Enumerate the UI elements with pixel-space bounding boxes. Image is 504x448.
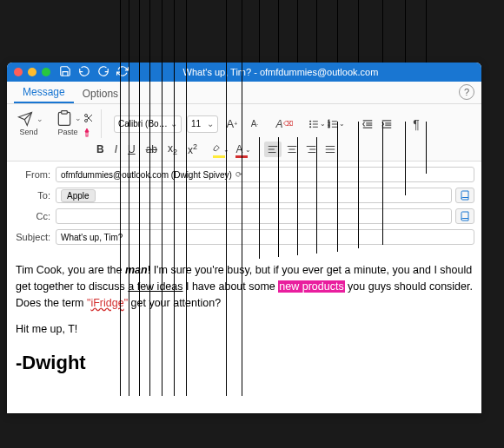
ribbon-tabs: Message Options ?	[7, 82, 481, 104]
from-field[interactable]: ofmfdummies@outlook.com (Dwight Spivey)⟳	[56, 167, 474, 182]
callout-line	[297, 0, 298, 63]
increase-font-icon[interactable]: A+	[223, 116, 241, 132]
signature: -Dwight	[16, 348, 473, 377]
to-field[interactable]: Apple	[56, 188, 452, 203]
format-painter-icon[interactable]	[82, 128, 92, 138]
to-address-book-icon[interactable]	[455, 188, 474, 203]
italic-button[interactable]: I	[112, 143, 120, 155]
callout-line	[426, 0, 427, 63]
titlebar: What's up, Tim? - ofmfdummies@outlook.co…	[7, 63, 481, 82]
svg-rect-0	[62, 111, 68, 114]
cut-icon[interactable]	[83, 113, 94, 123]
numbering-icon[interactable]: 123⌄	[328, 116, 345, 132]
send-group: ⌄ Send	[14, 111, 43, 136]
cc-field[interactable]	[56, 208, 452, 224]
font-size-select[interactable]: 11	[187, 115, 218, 133]
window-controls	[14, 68, 50, 76]
send-label: Send	[19, 128, 37, 136]
strike-button[interactable]: ab	[143, 143, 160, 155]
format-row: B I U ab x2 x2 ⌄ A⌄	[94, 142, 474, 157]
align-justify-icon[interactable]	[322, 142, 339, 157]
callout-line	[316, 0, 317, 63]
callout-line	[358, 0, 359, 63]
font-color-button[interactable]: A⌄	[235, 142, 252, 157]
minimize-window[interactable]	[28, 68, 36, 76]
svg-point-1	[85, 115, 88, 117]
bold-button[interactable]: B	[94, 143, 107, 155]
increase-indent-icon[interactable]	[378, 116, 395, 132]
highlight-button[interactable]: ⌄	[212, 142, 229, 157]
decrease-font-icon[interactable]: A-	[246, 116, 263, 132]
align-left-icon[interactable]	[264, 142, 282, 157]
align-right-icon[interactable]	[302, 142, 320, 157]
paste-label: Paste	[57, 128, 77, 138]
cc-address-book-icon[interactable]	[455, 208, 474, 224]
svg-text:3: 3	[328, 125, 330, 128]
tab-message[interactable]: Message	[14, 82, 74, 103]
svg-point-10	[310, 126, 311, 127]
zoom-window[interactable]	[42, 68, 50, 76]
paste-button[interactable]: ⌄	[56, 109, 94, 127]
window-title: What's up, Tim? - ofmfdummies@outlook.co…	[87, 67, 474, 77]
align-center-icon[interactable]	[283, 142, 301, 157]
highlighted-text: new products	[278, 280, 344, 293]
ribbon: ⌄ Send ⌄ Paste Calibri (Bo… 11 A+ A- A⌫	[7, 104, 481, 161]
pilcrow-icon[interactable]: ¶	[408, 116, 425, 132]
decrease-indent-icon[interactable]	[359, 116, 376, 132]
callout-line	[382, 0, 383, 63]
svg-point-2	[85, 120, 88, 122]
close-window[interactable]	[14, 68, 23, 76]
from-label: From:	[14, 169, 56, 180]
header-fields: From: ofmfdummies@outlook.com (Dwight Sp…	[7, 161, 481, 252]
save-icon[interactable]	[59, 65, 71, 79]
subject-label: Subject:	[14, 232, 56, 242]
message-body[interactable]: Tim Cook, you are the man! I'm sure you'…	[7, 252, 481, 387]
clear-format-icon[interactable]: A⌫	[275, 116, 293, 132]
subject-field[interactable]: What's up, Tim?	[56, 229, 474, 245]
underline-button[interactable]: U	[125, 143, 138, 155]
recipient-chip[interactable]: Apple	[61, 189, 96, 202]
red-wavy-text: iFridge	[90, 297, 123, 309]
tab-options[interactable]: Options	[74, 83, 127, 103]
superscript-button[interactable]: x2	[185, 142, 200, 156]
help-icon[interactable]: ?	[459, 84, 474, 100]
bold-italic-text: man	[125, 264, 148, 276]
callout-line	[259, 0, 260, 63]
body-paragraph-2: Hit me up, T!	[16, 321, 473, 338]
to-label: To:	[14, 190, 56, 201]
svg-point-8	[310, 123, 311, 124]
svg-rect-5	[86, 132, 88, 136]
font-family-select[interactable]: Calibri (Bo…	[114, 115, 182, 133]
paste-group: ⌄ Paste	[56, 109, 102, 138]
underlined-text: a few ideas	[128, 280, 182, 293]
callout-line	[405, 0, 406, 63]
cc-label: Cc:	[14, 211, 56, 221]
callout-line	[337, 0, 338, 63]
subscript-button[interactable]: x2	[165, 142, 180, 156]
callout-line	[278, 0, 279, 63]
body-paragraph-1: Tim Cook, you are the man! I'm sure you'…	[16, 262, 473, 311]
bullets-icon[interactable]: ⌄	[308, 116, 326, 132]
svg-point-6	[310, 121, 311, 122]
compose-window: What's up, Tim? - ofmfdummies@outlook.co…	[7, 63, 481, 413]
send-button[interactable]: ⌄	[14, 111, 43, 127]
